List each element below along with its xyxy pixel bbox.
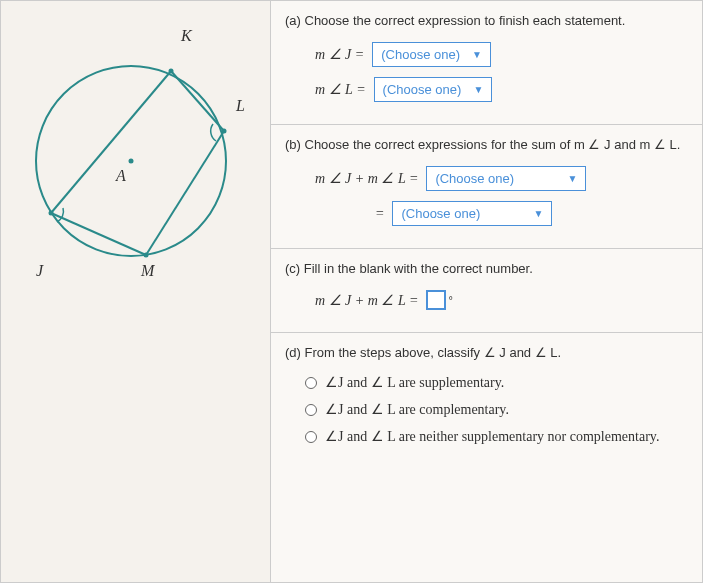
point-label-a: A	[115, 167, 126, 184]
part-a-row1-lhs: m ∠ J =	[315, 46, 364, 63]
caret-down-icon: ▼	[472, 49, 482, 60]
part-c-row: m ∠ J + m ∠ L = °	[315, 290, 688, 310]
point-label-m: M	[140, 262, 156, 279]
part-c-lhs: m ∠ J + m ∠ L =	[315, 292, 418, 309]
part-b: (b) Choose the correct expressions for t…	[271, 125, 702, 249]
part-a-row2: m ∠ L = (Choose one) ▼	[315, 77, 688, 102]
caret-down-icon: ▼	[473, 84, 483, 95]
part-a-row2-lhs: m ∠ L =	[315, 81, 366, 98]
part-b-row1: m ∠ J + m ∠ L = (Choose one) ▼	[315, 166, 688, 191]
part-a-dropdown1[interactable]: (Choose one) ▼	[372, 42, 491, 67]
part-a-prompt: (a) Choose the correct expression to fin…	[285, 13, 688, 28]
caret-down-icon: ▼	[567, 173, 577, 184]
svg-line-4	[51, 213, 146, 255]
radio-button[interactable]	[305, 404, 317, 416]
dropdown-text: (Choose one)	[435, 171, 514, 186]
part-a: (a) Choose the correct expression to fin…	[271, 1, 702, 125]
part-c-prompt: (c) Fill in the blank with the correct n…	[285, 261, 688, 276]
point-label-j: J	[36, 262, 44, 279]
radio-label: ∠J and ∠ L are neither supplementary nor…	[325, 428, 659, 445]
part-b-row1-lhs: m ∠ J + m ∠ L =	[315, 170, 418, 187]
radio-button[interactable]	[305, 431, 317, 443]
radio-label: ∠J and ∠ L are supplementary.	[325, 374, 504, 391]
part-b-prompt: (b) Choose the correct expressions for t…	[285, 137, 688, 152]
part-d-option3: ∠J and ∠ L are neither supplementary nor…	[305, 428, 688, 445]
caret-down-icon: ▼	[534, 208, 544, 219]
svg-line-2	[171, 71, 224, 131]
dropdown-text: (Choose one)	[401, 206, 480, 221]
svg-point-8	[221, 129, 226, 134]
radio-button[interactable]	[305, 377, 317, 389]
degree-symbol: °	[448, 294, 452, 306]
svg-point-7	[168, 69, 173, 74]
part-c: (c) Fill in the blank with the correct n…	[271, 249, 702, 333]
part-d-option1: ∠J and ∠ L are supplementary.	[305, 374, 688, 391]
svg-line-1	[51, 71, 171, 213]
circle-diagram: K L A J M	[6, 11, 266, 301]
part-a-dropdown2[interactable]: (Choose one) ▼	[374, 77, 493, 102]
part-d-option2: ∠J and ∠ L are complementary.	[305, 401, 688, 418]
part-b-dropdown1[interactable]: (Choose one) ▼	[426, 166, 586, 191]
part-b-row2-lhs: =	[375, 206, 384, 222]
svg-point-6	[48, 211, 53, 216]
diagram-panel: K L A J M	[1, 1, 271, 582]
point-label-l: L	[235, 97, 245, 114]
svg-point-9	[143, 253, 148, 258]
point-label-k: K	[180, 27, 193, 44]
svg-line-3	[146, 131, 224, 255]
worksheet-container: K L A J M (a) Choose the correct express…	[0, 0, 703, 583]
dropdown-text: (Choose one)	[383, 82, 462, 97]
radio-label: ∠J and ∠ L are complementary.	[325, 401, 509, 418]
part-d: (d) From the steps above, classify ∠ J a…	[271, 333, 702, 467]
part-a-row1: m ∠ J = (Choose one) ▼	[315, 42, 688, 67]
part-d-prompt: (d) From the steps above, classify ∠ J a…	[285, 345, 688, 360]
questions-panel: (a) Choose the correct expression to fin…	[271, 1, 702, 582]
part-b-dropdown2[interactable]: (Choose one) ▼	[392, 201, 552, 226]
dropdown-text: (Choose one)	[381, 47, 460, 62]
part-b-row2: = (Choose one) ▼	[375, 201, 688, 226]
number-input[interactable]	[426, 290, 446, 310]
svg-point-5	[128, 159, 133, 164]
